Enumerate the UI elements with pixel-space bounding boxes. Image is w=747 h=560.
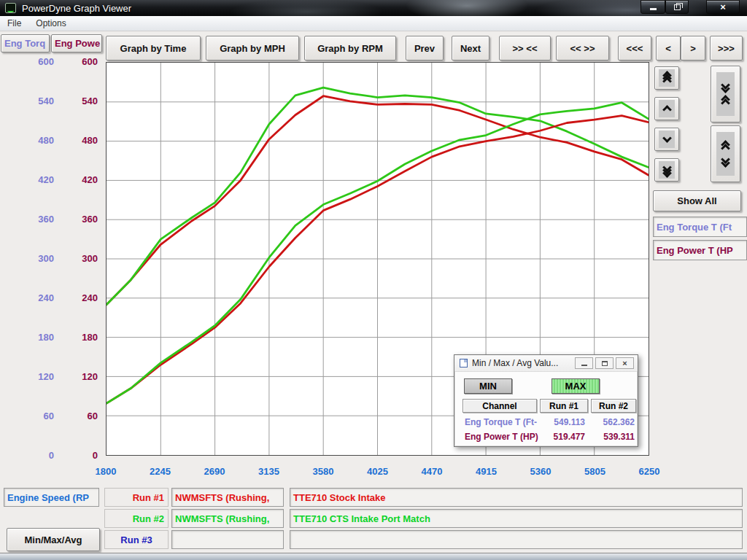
rpm-tick-label: 3135 <box>247 466 291 477</box>
torque-tick-label: 480 <box>38 135 54 146</box>
next-button[interactable]: Next <box>452 36 489 61</box>
collapse-y-button[interactable] <box>711 66 740 122</box>
power-tick-label: 60 <box>88 411 98 421</box>
power-tick-label: 300 <box>82 253 98 264</box>
minmax-dialog-title: Min / Max / Avg Valu... <box>472 358 558 368</box>
torque-channel-label[interactable]: Eng Torque T (Ft <box>653 217 747 237</box>
power-tick-label: 420 <box>82 174 98 185</box>
chevrons-collapse-vertical-icon <box>716 72 735 116</box>
run3-label: Run #3 <box>104 530 169 549</box>
torque-tick-label: 60 <box>44 411 54 421</box>
rpm-tick-label: 5805 <box>573 466 617 477</box>
run3-name-field[interactable] <box>171 530 284 549</box>
torque-axis-toggle[interactable]: Eng Torq <box>1 34 50 52</box>
expand-y-button[interactable] <box>711 125 740 182</box>
rpm-tick-label: 2690 <box>193 466 236 477</box>
rpm-tick-label: 3580 <box>301 466 345 477</box>
power-tick-label: 540 <box>82 96 98 106</box>
graph-by-time-button[interactable]: Graph by Time <box>106 36 201 61</box>
scroll-down-button[interactable] <box>654 128 679 151</box>
close-button[interactable]: × <box>706 0 740 14</box>
power-tick-label: 240 <box>82 292 98 303</box>
rpm-tick-label: 5360 <box>519 466 562 477</box>
menu-options[interactable]: Options <box>28 17 73 30</box>
chevron-triple-up-icon <box>659 69 675 87</box>
scroll-right-button[interactable]: > <box>681 36 705 61</box>
torque-tick-label: 120 <box>38 371 54 382</box>
torque-tick-label: 300 <box>38 253 54 264</box>
torque-tick-label: 240 <box>38 292 54 303</box>
minimize-icon <box>581 365 587 366</box>
power-tick-label: 600 <box>82 56 98 67</box>
zoom-in-x-button[interactable]: >> << <box>499 36 551 61</box>
torque-tick-label: 360 <box>38 214 54 225</box>
torque-tick-label: 0 <box>49 450 54 461</box>
run2-description-field[interactable]: TTE710 CTS Intake Port Match <box>290 509 743 528</box>
maximize-icon <box>602 361 608 366</box>
torque-tick-label: 180 <box>38 332 54 343</box>
minmax-dialog: Min / Max / Avg Valu... × MIN MAX Channe… <box>454 354 638 447</box>
rpm-tick-label: 4915 <box>465 466 508 477</box>
min-tab-button[interactable]: MIN <box>464 378 512 394</box>
taskbar-edge <box>0 553 747 560</box>
minimize-icon <box>650 8 657 10</box>
minimize-button[interactable] <box>640 0 665 14</box>
power-channel-label[interactable]: Eng Power T (HP <box>653 240 747 260</box>
torque-row-run1-value: 549.113 <box>540 417 585 427</box>
app-icon <box>5 3 16 13</box>
power-tick-label: 360 <box>82 214 98 225</box>
power-tick-label: 0 <box>93 450 98 461</box>
column-header-run2: Run #2 <box>591 399 636 413</box>
torque-axis-labels: 600540480420360300240180120600 <box>0 62 55 456</box>
rpm-tick-label: 1800 <box>84 466 128 477</box>
show-all-button[interactable]: Show All <box>653 190 741 211</box>
power-row-run1-value: 519.477 <box>540 432 585 442</box>
minmaxavg-button[interactable]: Min/Max/Avg <box>7 528 100 551</box>
power-tick-label: 180 <box>82 332 98 343</box>
prev-button[interactable]: Prev <box>406 36 444 61</box>
dialog-maximize-button[interactable] <box>595 357 614 369</box>
torque-tick-label: 420 <box>38 174 54 185</box>
run3-description-field[interactable] <box>290 530 743 549</box>
close-icon: × <box>622 359 627 368</box>
power-tick-label: 120 <box>82 371 98 382</box>
scroll-up-button[interactable] <box>654 97 679 120</box>
run2-name-field[interactable]: NWMSFTS (Rushing, <box>171 509 284 528</box>
maximize-icon <box>674 4 681 10</box>
scroll-far-left-button[interactable]: <<< <box>618 36 651 61</box>
chevron-down-icon <box>659 131 675 148</box>
power-row-run2-value: 539.311 <box>589 432 635 442</box>
chevron-triple-down-icon <box>659 161 675 179</box>
scroll-bottom-button[interactable] <box>654 158 679 182</box>
graph-by-rpm-button[interactable]: Graph by RPM <box>304 36 396 61</box>
zoom-out-x-button[interactable]: << >> <box>556 36 609 61</box>
dialog-minimize-button[interactable] <box>575 357 593 369</box>
run1-label: Run #1 <box>104 488 169 507</box>
power-axis-toggle[interactable]: Eng Powe <box>51 34 102 52</box>
column-header-channel: Channel <box>462 399 537 413</box>
torque-tick-label: 600 <box>38 56 54 67</box>
max-tab-button[interactable]: MAX <box>551 378 600 394</box>
menu-file[interactable]: File <box>0 17 28 30</box>
scroll-left-button[interactable]: < <box>656 36 681 61</box>
maximize-button[interactable] <box>665 0 689 14</box>
column-header-run1: Run #1 <box>540 399 588 413</box>
torque-row-channel: Eng Torque T (Ft- <box>465 417 543 427</box>
minmax-dialog-titlebar[interactable]: Min / Max / Avg Valu... × <box>454 355 638 372</box>
chevrons-expand-vertical-icon <box>716 132 735 176</box>
menu-bar: File Options <box>0 16 747 31</box>
title-bar: PowerDyne Graph Viewer × <box>0 0 747 16</box>
dialog-close-button[interactable]: × <box>616 357 634 369</box>
run1-description-field[interactable]: TTE710 Stock Intake <box>290 488 743 507</box>
x-channel-label[interactable]: Engine Speed (RP <box>4 488 99 507</box>
close-icon: × <box>720 2 726 12</box>
run1-name-field[interactable]: NWMSFTS (Rushing, <box>171 488 284 507</box>
scroll-far-right-button[interactable]: >>> <box>710 36 743 61</box>
scroll-top-button[interactable] <box>654 66 679 90</box>
rpm-axis-labels: 1800224526903135358040254470491553605805… <box>106 466 649 479</box>
graph-by-mph-button[interactable]: Graph by MPH <box>206 36 299 61</box>
rpm-tick-label: 6250 <box>627 466 671 477</box>
rpm-tick-label: 4025 <box>356 466 400 477</box>
chevron-up-icon <box>659 100 675 117</box>
torque-tick-label: 540 <box>38 96 54 106</box>
